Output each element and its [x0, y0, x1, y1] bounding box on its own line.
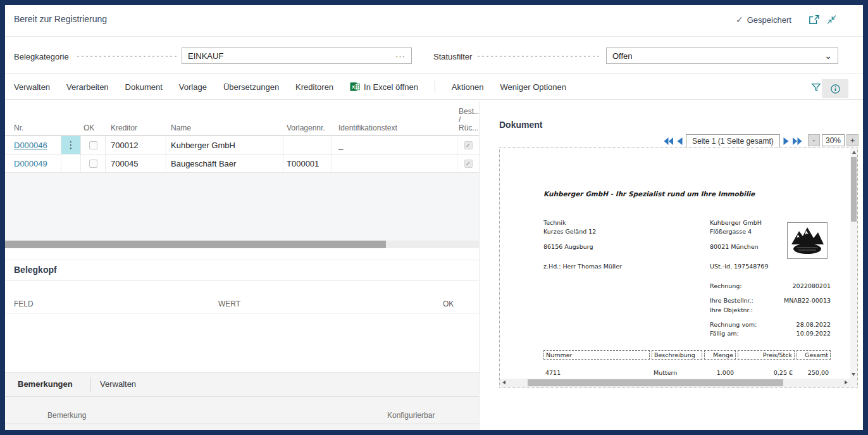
preview-horizontal-scrollbar[interactable]	[500, 379, 850, 387]
due-date-label: Fällig am:	[710, 330, 739, 337]
divider	[5, 260, 479, 260]
action-menu-bar: Verwalten Verarbeiten Dokument Vorlage Ü…	[5, 74, 863, 100]
document-preview: Kuhberger GmbH - Ihr Spezialist rund um …	[499, 148, 858, 388]
invoice-item-row: 4711 Muttern 1.000 0,25 € 250,00	[543, 369, 831, 377]
svg-text:X: X	[352, 84, 356, 90]
check-icon: ✓	[736, 15, 743, 25]
document-nr-link[interactable]: D000049	[14, 159, 47, 168]
page-frame: Bereit zur Registrierung ✓ Gespeichert B…	[5, 5, 863, 430]
divider	[5, 280, 479, 281]
items-header-beschreibung: Beschreibung	[652, 350, 702, 360]
column-header-vorlagennr[interactable]: Vorlagennr.	[283, 123, 332, 136]
name-cell: Baugeschäft Baer	[166, 154, 283, 173]
company-logo	[787, 222, 828, 259]
zoom-level[interactable]: 30%	[822, 134, 845, 146]
menu-item-vorlage[interactable]: Vorlage	[179, 82, 207, 92]
actions-button[interactable]: Aktionen	[452, 82, 484, 92]
column-header-name[interactable]: Name	[166, 123, 283, 136]
column-header-ok[interactable]: OK	[443, 299, 454, 308]
column-header-nr[interactable]: Nr.	[5, 123, 61, 136]
scrollbar-thumb[interactable]	[851, 157, 857, 222]
zoom-out-button[interactable]: -	[808, 134, 820, 146]
collapse-button[interactable]	[826, 15, 837, 25]
scroll-down-arrow-icon[interactable]	[852, 373, 855, 376]
order-no-label: Ihre Bestellnr.:	[710, 297, 753, 304]
list-empty-area	[5, 173, 479, 241]
column-header-bemerkung[interactable]: Bemerkung	[47, 411, 86, 420]
menu-item-verwalten[interactable]: Verwalten	[14, 82, 50, 92]
scrollbar-thumb[interactable]	[5, 241, 386, 248]
invoice-sender-line: Kuhberger GmbH	[710, 219, 762, 226]
filter-category-leader	[76, 53, 179, 60]
pane-divider	[479, 101, 480, 430]
details-pane-toggle[interactable]	[822, 79, 848, 98]
item-beschreibung: Muttern	[652, 369, 702, 377]
bemerkungen-verwalten-button[interactable]: Verwalten	[100, 379, 136, 389]
menu-item-kreditoren[interactable]: Kreditoren	[295, 82, 333, 92]
filter-status-select[interactable]: Offen ⌄	[606, 47, 838, 64]
menu-item-uebersetzungen[interactable]: Übersetzungen	[223, 82, 279, 92]
invoice-attn-line: z.Hd.: Herr Thomas Müller	[543, 263, 622, 270]
scroll-up-arrow-icon[interactable]	[852, 151, 856, 154]
column-header-identifikationstext[interactable]: Identifikationstext	[332, 123, 457, 136]
funnel-icon	[811, 82, 821, 92]
filter-category-input[interactable]: EINKAUF ···	[182, 47, 412, 64]
filter-status-value: Offen	[607, 51, 824, 61]
ok-checkbox[interactable]	[89, 160, 97, 168]
column-header-best-ruec[interactable]: Best... / Rüc...	[457, 108, 479, 136]
filter-category-label: Belegkategorie	[14, 52, 69, 61]
column-header-konfigurierbar[interactable]: Konfigurierbar	[387, 411, 435, 420]
column-header-feld[interactable]: FELD	[14, 299, 34, 308]
vertical-ellipsis-icon: ⋮	[66, 139, 76, 151]
next-page-button[interactable]	[783, 137, 790, 146]
scroll-left-arrow-icon[interactable]	[502, 381, 505, 384]
row-menu-button[interactable]: ⋮	[61, 136, 81, 154]
filter-status-label: Statusfilter	[433, 52, 472, 61]
less-options-button[interactable]: Weniger Optionen	[500, 82, 566, 92]
excel-icon: X	[350, 82, 360, 92]
open-in-new-window-icon	[809, 15, 820, 25]
best-ruec-checkbox: ✓	[464, 141, 473, 149]
open-in-excel-button[interactable]: X In Excel öffnen	[350, 82, 418, 92]
column-header-kreditor[interactable]: Kreditor	[106, 123, 166, 136]
open-in-excel-label: In Excel öffnen	[364, 82, 418, 92]
scroll-right-arrow-icon[interactable]	[845, 381, 848, 384]
invoice-no-label: Rechnung:	[710, 282, 742, 289]
page-title: Bereit zur Registrierung	[14, 14, 107, 24]
ok-checkbox[interactable]	[89, 141, 97, 149]
items-header-gesamt: Gesamt	[797, 350, 831, 360]
open-in-new-window-button[interactable]	[809, 15, 820, 25]
column-header-ok[interactable]: OK	[81, 123, 106, 136]
menu-item-dokument[interactable]: Dokument	[125, 82, 163, 92]
divider	[5, 313, 479, 313]
scrollbar-thumb[interactable]	[528, 379, 783, 386]
item-gesamt: 250,00	[797, 369, 831, 377]
invoice-sender-line: Flößergasse 4	[710, 228, 752, 235]
page-indicator[interactable]: Seite 1 (1 Seite gesamt)	[686, 134, 780, 148]
chevron-down-icon: ⌄	[824, 53, 838, 59]
divider	[90, 377, 90, 392]
assist-edit-icon[interactable]: ···	[395, 51, 411, 61]
app-window: Bereit zur Registrierung ✓ Gespeichert B…	[0, 0, 868, 435]
saved-status: ✓ Gespeichert	[736, 15, 791, 25]
menu-item-verarbeiten[interactable]: Verarbeiten	[66, 82, 109, 92]
last-page-button[interactable]	[792, 137, 803, 146]
previous-page-button[interactable]	[676, 137, 683, 146]
vorlagennr-cell	[283, 136, 332, 154]
identifikationstext-cell[interactable]: _	[332, 136, 457, 154]
column-header-wert[interactable]: WERT	[218, 299, 240, 308]
invoice-recipient-line: Technik	[543, 219, 566, 226]
divider	[5, 424, 479, 424]
item-preis-stck: 0,25 €	[738, 369, 795, 377]
filter-funnel-button[interactable]	[811, 82, 821, 92]
zoom-in-button[interactable]: +	[846, 134, 859, 146]
zoom-controls: - 30% +	[808, 134, 859, 146]
document-nr-link[interactable]: D000046	[14, 141, 47, 150]
item-nummer: 4711	[543, 369, 650, 377]
first-page-button[interactable]	[663, 137, 674, 146]
info-icon	[830, 84, 841, 94]
list-horizontal-scrollbar[interactable]	[5, 241, 479, 248]
preview-vertical-scrollbar[interactable]	[850, 148, 857, 387]
name-cell: Kuhberger GmbH	[166, 136, 283, 154]
invoice-recipient-line: Kurzes Geländ 12	[543, 228, 596, 235]
